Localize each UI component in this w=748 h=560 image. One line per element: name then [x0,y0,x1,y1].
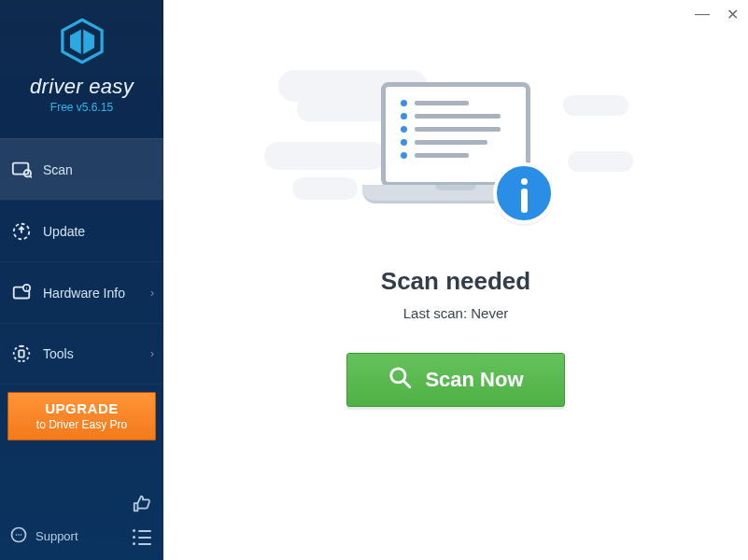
upgrade-button[interactable]: UPGRADE to Driver Easy Pro [7,392,156,441]
svg-point-13 [21,534,22,536]
svg-point-12 [18,534,20,536]
laptop-icon [362,82,549,222]
sidebar-item-update[interactable]: Update [0,200,163,261]
support-icon [9,525,28,547]
options-icon[interactable] [133,527,151,547]
app-window: driver easy Free v5.6.15 Scan [0,0,748,560]
upgrade-subtitle: to Driver Easy Pro [12,418,151,431]
chevron-right-icon: › [150,347,154,360]
sidebar-item-label: Hardware Info [43,286,125,301]
sidebar-footer-icons [132,494,152,547]
svg-point-11 [16,534,18,536]
scan-panel: Scan needed Last scan: Never Scan Now [163,65,748,407]
brand-block: driver easy Free v5.6.15 [0,0,163,125]
svg-rect-2 [13,162,29,174]
window-controls: ― ✕ [694,6,741,23]
svg-text:i: i [26,285,27,290]
sidebar-item-label: Update [43,224,85,239]
info-badge-icon [493,162,555,224]
app-name: driver easy [30,75,134,99]
upgrade-title: UPGRADE [12,400,151,416]
sidebar-item-label: Tools [43,346,74,361]
svg-rect-9 [19,350,24,357]
svg-line-4 [30,175,32,177]
scan-illustration [306,65,605,252]
scan-now-button[interactable]: Scan Now [346,353,565,407]
thumbs-up-icon[interactable] [132,494,152,518]
update-icon [11,221,32,242]
sidebar-nav: Scan Update i [0,138,163,385]
scan-now-label: Scan Now [425,368,523,392]
minimize-button[interactable]: ― [694,6,711,23]
logo-icon [58,17,106,69]
scan-heading: Scan needed [381,267,530,296]
last-scan-text: Last scan: Never [403,305,509,321]
hardware-info-icon: i [11,283,32,303]
svg-line-15 [404,381,411,387]
sidebar-item-hardware-info[interactable]: i Hardware Info › [0,261,163,323]
sidebar-footer: Support [0,484,163,560]
sidebar-item-scan[interactable]: Scan [0,138,163,200]
sidebar-item-label: Scan [43,162,73,177]
sidebar-item-tools[interactable]: Tools › [0,323,163,385]
sidebar: driver easy Free v5.6.15 Scan [0,0,163,560]
scan-icon [11,160,32,180]
support-button[interactable]: Support [9,525,78,547]
chevron-right-icon: › [150,287,154,300]
main-panel: ― ✕ [163,0,748,560]
search-icon [388,365,412,395]
app-version: Free v5.6.15 [50,101,113,114]
tools-icon [11,343,32,364]
close-button[interactable]: ✕ [724,6,741,23]
support-label: Support [35,529,78,543]
